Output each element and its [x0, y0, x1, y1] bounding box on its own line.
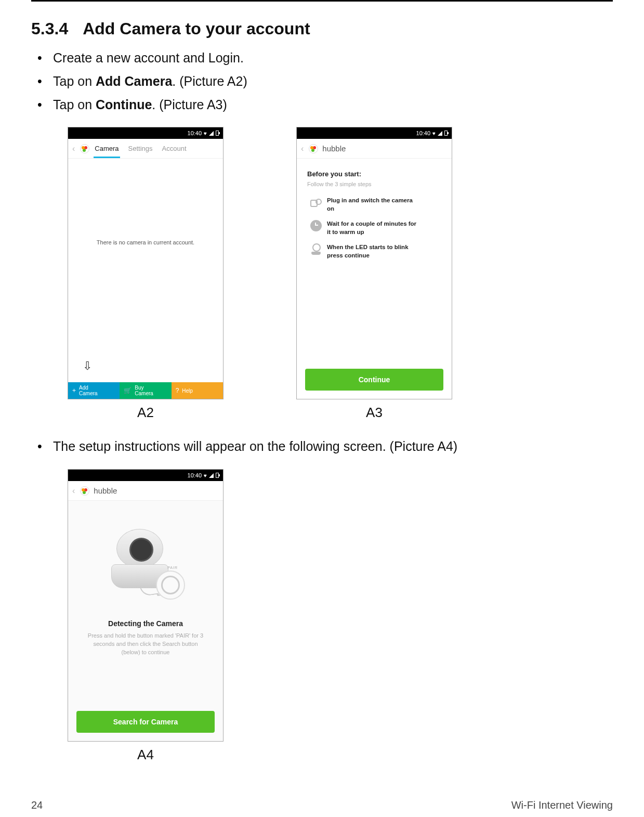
status-icon: ♥	[204, 131, 207, 136]
back-icon[interactable]: ‹	[72, 486, 75, 496]
bullet-item: The setup instructions will appear on th…	[37, 436, 613, 457]
screen-body: Before you start: Follow the 3 simple st…	[297, 159, 452, 399]
app-bar: ‹ hubble	[68, 481, 223, 501]
figure-a4: 10:40 ♥ ‹ hubble PAIR Detecting the Came…	[68, 469, 224, 763]
figure-a3: 10:40 ♥ ‹ hubble Before you start: Follo…	[296, 127, 452, 421]
camera-head-icon	[116, 529, 163, 568]
footer-section-name: Wi-Fi Internet Viewing	[511, 799, 613, 811]
add-camera-button[interactable]: + AddCamera	[68, 382, 120, 399]
phone-mock-a4: 10:40 ♥ ‹ hubble PAIR Detecting the Came…	[68, 469, 224, 742]
signal-icon	[209, 131, 214, 136]
bullet-item: Tap on Continue. (Picture A3)	[37, 95, 613, 115]
figure-caption: A4	[137, 747, 154, 763]
status-bar: 10:40 ♥	[68, 470, 223, 481]
brand-text: hubble	[94, 486, 117, 495]
page-footer: 24 Wi-Fi Internet Viewing	[31, 799, 613, 816]
back-icon[interactable]: ‹	[72, 144, 75, 153]
arrow-swoosh-icon	[140, 584, 159, 597]
section-number: 5.3.4	[31, 19, 68, 38]
section-heading: 5.3.4Add Camera to your account	[31, 19, 613, 38]
plus-icon: +	[72, 387, 76, 394]
bullet-list-top: Create a new account and Login. Tap on A…	[31, 48, 613, 114]
status-time: 10:40	[416, 130, 431, 136]
help-button[interactable]: ? Help	[172, 382, 223, 399]
brand-text: hubble	[322, 144, 346, 153]
question-icon: ?	[176, 387, 179, 394]
status-icon: ♥	[204, 473, 207, 478]
phone-mock-a2: 10:40 ♥ ‹ Camera Settings Account There …	[68, 127, 224, 399]
battery-icon	[444, 131, 448, 136]
continue-button[interactable]: Continue	[305, 369, 443, 391]
hubble-logo-icon	[309, 144, 318, 153]
before-you-start-title: Before you start:	[307, 170, 441, 178]
tab-account[interactable]: Account	[161, 139, 188, 158]
app-bar: ‹ Camera Settings Account	[68, 139, 223, 159]
status-time: 10:40	[188, 130, 202, 136]
plug-icon	[310, 197, 322, 208]
empty-state-text: There is no camera in current account.	[68, 239, 223, 245]
camera-illustration: PAIR	[109, 526, 182, 609]
figure-a2: 10:40 ♥ ‹ Camera Settings Account There …	[68, 127, 224, 421]
pair-label: PAIR	[167, 566, 178, 569]
signal-icon	[438, 131, 442, 136]
status-bar: 10:40 ♥	[297, 127, 452, 139]
search-for-camera-button[interactable]: Search for Camera	[76, 711, 215, 733]
screen-body: PAIR Detecting the Camera Press and hold…	[68, 501, 223, 741]
clock-icon	[310, 220, 322, 231]
section-title-text: Add Camera to your account	[83, 19, 310, 38]
battery-icon	[216, 131, 219, 136]
tab-bar: Camera Settings Account	[94, 139, 187, 158]
signal-icon	[209, 473, 214, 478]
tab-settings[interactable]: Settings	[127, 139, 154, 158]
page-number: 24	[31, 799, 43, 811]
buy-camera-button[interactable]: 🛒 BuyCamera	[120, 382, 171, 399]
top-rule	[31, 0, 613, 2]
status-bar: 10:40 ♥	[68, 127, 223, 139]
step-item: Plug in and switch the camera on	[310, 197, 420, 213]
bullet-item: Tap on Add Camera. (Picture A2)	[37, 71, 613, 92]
steps-list: Plug in and switch the camera on Wait fo…	[307, 197, 441, 260]
bottom-bar: + AddCamera 🛒 BuyCamera ? Help	[68, 382, 223, 399]
status-time: 10:40	[188, 472, 202, 478]
step-item: When the LED starts to blink press conti…	[310, 243, 420, 260]
battery-icon	[216, 473, 219, 478]
figure-row-1: 10:40 ♥ ‹ Camera Settings Account There …	[31, 127, 613, 421]
app-bar: ‹ hubble	[297, 139, 452, 159]
hubble-logo-icon	[80, 486, 89, 496]
step-item: Wait for a couple of minutes for it to w…	[310, 220, 420, 236]
hubble-logo-icon	[80, 144, 89, 153]
cart-icon: 🛒	[124, 387, 132, 394]
tab-camera[interactable]: Camera	[94, 139, 120, 158]
screen-body: There is no camera in current account. ⇩	[68, 159, 223, 382]
figure-row-2: 10:40 ♥ ‹ hubble PAIR Detecting the Came…	[31, 469, 613, 763]
status-icon: ♥	[432, 131, 436, 136]
bullet-list-mid: The setup instructions will appear on th…	[31, 436, 613, 457]
figure-caption: A2	[137, 405, 154, 421]
back-icon[interactable]: ‹	[301, 144, 304, 153]
detecting-subtitle: Press and hold the button marked 'PAIR' …	[78, 632, 213, 657]
figure-caption: A3	[366, 405, 383, 421]
down-arrow-icon: ⇩	[83, 359, 92, 373]
phone-mock-a3: 10:40 ♥ ‹ hubble Before you start: Follo…	[296, 127, 452, 399]
detecting-title: Detecting the Camera	[78, 619, 213, 628]
bullet-item: Create a new account and Login.	[37, 48, 613, 68]
before-you-start-subtitle: Follow the 3 simple steps	[307, 181, 441, 187]
camera-led-icon	[310, 243, 322, 255]
